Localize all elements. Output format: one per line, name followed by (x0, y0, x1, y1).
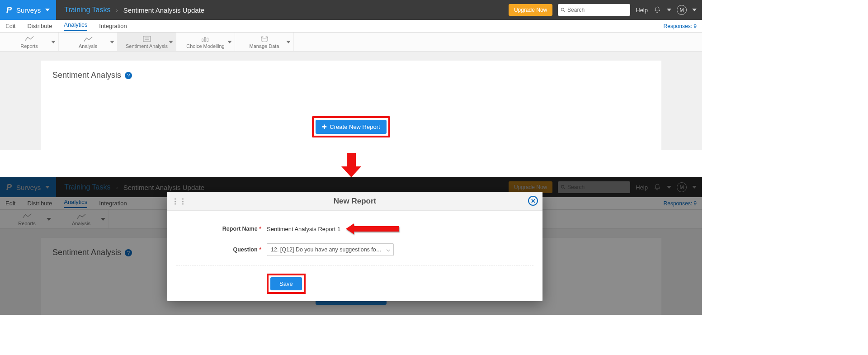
svg-rect-2 (143, 36, 151, 42)
caret-down-icon (227, 41, 232, 43)
svg-line-1 (564, 10, 565, 12)
ribbon-manage[interactable]: Manage Data (235, 33, 294, 51)
sentiment-icon (142, 35, 152, 43)
tab-edit[interactable]: Edit (5, 23, 15, 29)
analysis-icon (83, 35, 93, 43)
modal-title: New Report (334, 197, 376, 206)
bell-icon[interactable] (653, 6, 661, 14)
divider (176, 265, 533, 265)
search-box[interactable] (558, 4, 630, 16)
question-label: Question * (176, 246, 267, 253)
question-select-value: 12. [Q12] Do you have any suggestions fo… (271, 246, 382, 253)
topbar: P Surveys Training Tasks › Sentiment Ana… (0, 0, 702, 20)
breadcrumb-current: Sentiment Analysis Update (123, 6, 204, 14)
ribbon-sentiment-label: Sentiment Analysis (126, 43, 168, 49)
svg-rect-5 (202, 39, 203, 42)
breadcrumb-sep: › (116, 7, 118, 14)
upgrade-button[interactable]: Upgrade Now (509, 4, 552, 16)
topbar-right: Upgrade Now Help M (509, 4, 702, 16)
tabbar: Edit Distribute Analytics Integration Re… (0, 20, 702, 33)
caret-down-icon (169, 41, 173, 43)
ribbon-reports[interactable]: Reports (0, 33, 59, 51)
breadcrumb-link[interactable]: Training Tasks (64, 6, 110, 14)
caret-down-icon (45, 9, 50, 11)
tab-distribute[interactable]: Distribute (27, 23, 52, 29)
search-input[interactable] (567, 7, 627, 13)
search-icon (561, 7, 566, 13)
user-caret-icon[interactable] (692, 9, 697, 11)
database-icon (259, 35, 269, 43)
save-button[interactable]: Save (270, 277, 302, 290)
drag-handle-icon[interactable]: ⋮⋮ (172, 197, 187, 205)
choice-icon (201, 35, 211, 43)
brand-menu-label: Surveys (16, 6, 41, 14)
tab-integration[interactable]: Integration (99, 23, 127, 29)
panel-title: Sentiment Analysis ? (52, 71, 650, 80)
canvas: Sentiment Analysis ? ✚ Create New Report (0, 52, 702, 150)
ribbon-analysis-label: Analysis (79, 43, 97, 49)
highlight-box: ✚ Create New Report (312, 116, 390, 137)
caret-down-icon (110, 41, 114, 43)
ribbon-analysis[interactable]: Analysis (59, 33, 118, 51)
svg-point-8 (261, 36, 268, 38)
ribbon-choice[interactable]: Choice Modelling (176, 33, 235, 51)
ribbon-manage-label: Manage Data (249, 43, 279, 49)
svg-point-0 (561, 8, 564, 11)
report-name-input[interactable]: Sentiment Analysis Report 1 (267, 226, 340, 232)
chevron-down-icon (387, 248, 390, 251)
ribbon-reports-label: Reports (20, 43, 38, 49)
plus-icon: ✚ (322, 123, 327, 130)
highlight-box: Save (267, 274, 306, 294)
create-report-button[interactable]: ✚ Create New Report (316, 120, 386, 134)
alerts-caret-icon[interactable] (667, 9, 671, 11)
ribbon-choice-label: Choice Modelling (186, 43, 224, 49)
ribbon-sentiment[interactable]: Sentiment Analysis (118, 33, 176, 51)
help-icon[interactable]: ? (125, 72, 132, 79)
report-name-label: Report Name * (176, 226, 267, 232)
create-report-label: Create New Report (330, 123, 380, 130)
question-select[interactable]: 12. [Q12] Do you have any suggestions fo… (267, 243, 394, 256)
brand-menu[interactable]: P Surveys (0, 0, 56, 20)
svg-rect-7 (207, 38, 208, 41)
tab-analytics[interactable]: Analytics (64, 21, 87, 31)
avatar[interactable]: M (677, 5, 687, 15)
modal-body: Report Name * Sentiment Analysis Report … (167, 211, 542, 301)
close-icon[interactable]: ✕ (528, 196, 538, 206)
help-link[interactable]: Help (636, 7, 648, 14)
modal-header: ⋮⋮ New Report ✕ (167, 192, 542, 211)
logo-icon: P (6, 5, 12, 15)
panel: Sentiment Analysis ? ✚ Create New Report (41, 61, 661, 150)
caret-down-icon (51, 41, 56, 43)
arrow-left-annotation (346, 223, 399, 234)
responses-count[interactable]: Responses: 9 (664, 23, 702, 29)
arrow-down-annotation (342, 153, 360, 177)
reports-icon (24, 35, 34, 43)
svg-rect-6 (204, 37, 206, 41)
ribbon: Reports Analysis Sentiment Analysis Choi… (0, 33, 702, 52)
caret-down-icon (286, 41, 291, 43)
panel-title-text: Sentiment Analysis (52, 71, 121, 80)
new-report-modal: ⋮⋮ New Report ✕ Report Name * Sentiment … (167, 192, 542, 301)
